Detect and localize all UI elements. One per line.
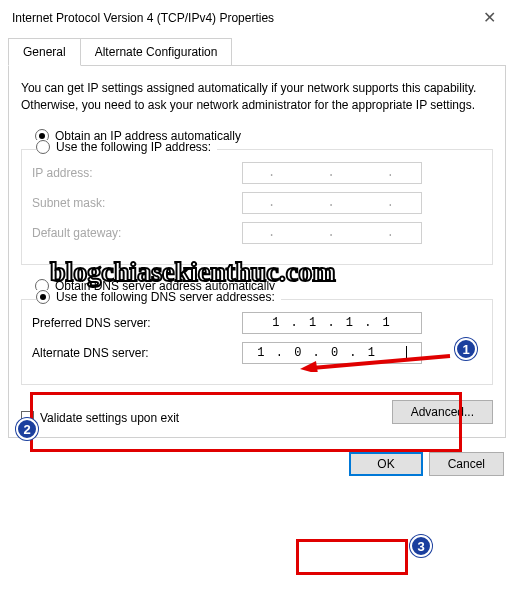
tab-general[interactable]: General (8, 38, 81, 66)
annotation-box-ok (296, 539, 408, 575)
ip-group: Use the following IP address: IP address… (21, 149, 493, 265)
ok-button[interactable]: OK (349, 452, 422, 476)
validate-checkbox[interactable]: Validate settings upon exit (21, 411, 179, 425)
window-title: Internet Protocol Version 4 (TCP/IPv4) P… (12, 11, 274, 25)
alternate-dns-input[interactable]: 1 . 0 . 0 . 1 (242, 342, 422, 364)
annotation-badge-2: 2 (16, 418, 38, 440)
row-subnet: Subnet mask: ... (32, 192, 482, 214)
ip-address-label: IP address: (32, 166, 242, 180)
preferred-dns-input[interactable]: 1 . 1 . 1 . 1 (242, 312, 422, 334)
cancel-button[interactable]: Cancel (429, 452, 504, 476)
hint-text: You can get IP settings assigned automat… (21, 80, 493, 115)
annotation-badge-3: 3 (410, 535, 432, 557)
gateway-input: ... (242, 222, 422, 244)
subnet-label: Subnet mask: (32, 196, 242, 210)
gateway-label: Default gateway: (32, 226, 242, 240)
tab-alternate[interactable]: Alternate Configuration (80, 38, 233, 65)
close-icon[interactable]: ✕ (477, 8, 502, 27)
advanced-button[interactable]: Advanced... (392, 400, 493, 424)
radio-dns-manual[interactable]: Use the following DNS server addresses: (36, 290, 281, 304)
annotation-badge-1: 1 (455, 338, 477, 360)
row-gateway: Default gateway: ... (32, 222, 482, 244)
radio-ip-manual-label: Use the following IP address: (56, 140, 211, 154)
row-preferred-dns: Preferred DNS server: 1 . 1 . 1 . 1 (32, 312, 482, 334)
row-ip-address: IP address: ... (32, 162, 482, 184)
subnet-input: ... (242, 192, 422, 214)
row-alternate-dns: Alternate DNS server: 1 . 0 . 0 . 1 (32, 342, 482, 364)
validate-label: Validate settings upon exit (40, 411, 179, 425)
preferred-dns-label: Preferred DNS server: (32, 316, 242, 330)
radio-icon (36, 290, 50, 304)
ip-address-input: ... (242, 162, 422, 184)
general-pane: You can get IP settings assigned automat… (8, 66, 506, 438)
radio-dns-manual-label: Use the following DNS server addresses: (56, 290, 275, 304)
radio-icon (36, 140, 50, 154)
radio-ip-manual[interactable]: Use the following IP address: (36, 140, 217, 154)
dns-group: Use the following DNS server addresses: … (21, 299, 493, 385)
alternate-dns-label: Alternate DNS server: (32, 346, 242, 360)
tab-strip: General Alternate Configuration (8, 37, 506, 66)
